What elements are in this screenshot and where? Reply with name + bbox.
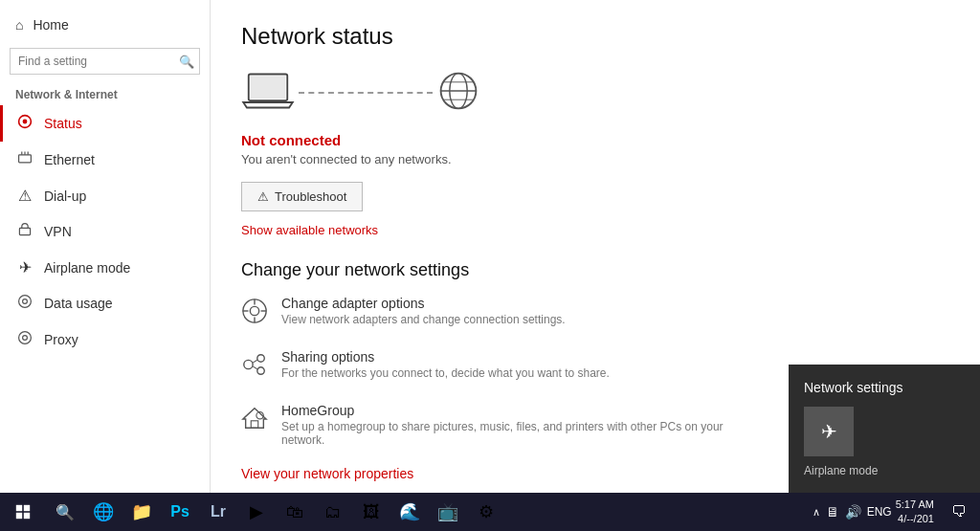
taskbar-store[interactable]: 🛍 (276, 493, 314, 531)
svg-rect-2 (19, 155, 32, 163)
airplane-mode-icon: ✈ (821, 420, 837, 443)
clock-date: 4/--/201 (896, 512, 934, 526)
change-settings-title: Change your network settings (241, 260, 949, 280)
warning-icon: ⚠ (257, 189, 269, 204)
sidebar-item-airplane[interactable]: ✈ Airplane mode (0, 250, 210, 285)
taskbar-search[interactable]: 🔍 (46, 493, 84, 531)
datausage-icon (15, 294, 34, 313)
status-icon (15, 114, 34, 133)
airplane-icon: ✈ (15, 258, 34, 277)
taskbar-photos[interactable]: 🖼 (352, 493, 390, 531)
sidebar-item-label: Airplane mode (44, 260, 130, 276)
ethernet-icon (15, 150, 34, 169)
taskbar-clock[interactable]: 5:17 AM 4/--/201 (896, 498, 942, 527)
search-box-container: 🔍 (10, 48, 200, 75)
sidebar-item-datausage[interactable]: Data usage (0, 285, 210, 321)
notification-icon[interactable]: 🗨 (946, 503, 972, 520)
popup-title: Network settings (804, 380, 965, 395)
tray-arrow[interactable]: ∧ (813, 506, 820, 519)
tray-lang: ENG (867, 505, 892, 519)
page-title: Network status (241, 23, 949, 50)
svg-point-7 (19, 296, 32, 308)
network-popup: Network settings ✈ Airplane mode (789, 365, 980, 493)
proxy-icon (15, 330, 34, 349)
sidebar-item-label: Ethernet (44, 152, 95, 167)
sidebar-item-label: Data usage (44, 296, 113, 311)
clock-time: 5:17 AM (896, 498, 934, 512)
search-input[interactable] (10, 48, 200, 75)
search-icon: 🔍 (179, 55, 194, 69)
sidebar-item-status[interactable]: Status (0, 105, 210, 142)
adapter-icon (241, 298, 268, 330)
home-icon: ⌂ (15, 17, 23, 33)
taskbar-lightroom[interactable]: Lr (199, 493, 237, 531)
show-networks-link[interactable]: Show available networks (241, 223, 949, 237)
airplane-mode-label: Airplane mode (804, 464, 965, 477)
start-button[interactable] (0, 493, 46, 531)
adapter-options-item: Change adapter options View network adap… (241, 296, 949, 330)
sidebar-item-ethernet[interactable]: Ethernet (0, 142, 210, 178)
sidebar-item-label: VPN (44, 224, 72, 239)
taskbar-chrome[interactable]: 🌐 (84, 493, 122, 531)
taskbar-folder[interactable]: 📁 (122, 493, 161, 531)
globe-icon (436, 69, 480, 117)
tray-volume-icon: 🔊 (845, 504, 861, 520)
taskbar: 🔍 🌐 📁 Ps Lr ▶ 🛍 🗂 🖼 🌊 📺 ⚙ ∧ 🖥 🔊 ENG 5:17… (0, 493, 980, 531)
homegroup-desc: Set up a homegroup to share pictures, mu… (281, 420, 741, 447)
sidebar-item-label: Dial-up (44, 188, 86, 204)
connection-line (299, 92, 433, 94)
svg-point-10 (23, 336, 28, 341)
svg-point-1 (23, 120, 28, 124)
homegroup-icon (241, 405, 268, 437)
svg-point-27 (257, 367, 264, 374)
home-label: Home (33, 17, 68, 33)
laptop-icon (241, 69, 295, 117)
sidebar-item-proxy[interactable]: Proxy (0, 321, 210, 358)
sidebar-section-title: Network & Internet (0, 80, 210, 105)
sidebar-item-label: Status (44, 116, 82, 131)
network-diagram (241, 69, 949, 117)
taskbar-right: ∧ 🖥 🔊 ENG 5:17 AM 4/--/201 🗨 (813, 498, 980, 527)
taskbar-photoshop[interactable]: Ps (161, 493, 199, 531)
sharing-icon (241, 351, 268, 384)
dialup-icon: ⚠ (15, 187, 34, 205)
homegroup-title[interactable]: HomeGroup (281, 403, 741, 418)
adapter-options-desc: View network adapters and change connect… (281, 313, 566, 326)
svg-point-26 (257, 355, 264, 362)
vpn-icon (15, 222, 34, 241)
sidebar-item-vpn[interactable]: VPN (0, 213, 210, 250)
airplane-mode-button[interactable]: ✈ (804, 407, 854, 456)
sidebar-home[interactable]: ⌂ Home (0, 8, 210, 42)
svg-rect-30 (251, 421, 257, 428)
connection-status-sub: You aren't connected to any networks. (241, 152, 949, 166)
popup-actions: ✈ (804, 407, 965, 456)
connection-status: Not connected (241, 132, 949, 148)
svg-point-25 (244, 360, 253, 368)
adapter-options-text: Change adapter options View network adap… (281, 296, 566, 326)
svg-rect-6 (19, 228, 30, 234)
svg-rect-12 (251, 76, 286, 99)
taskbar-edge[interactable]: 🌊 (390, 493, 429, 531)
adapter-options-title[interactable]: Change adapter options (281, 296, 566, 311)
taskbar-sys-tray: ∧ 🖥 🔊 ENG (813, 504, 892, 520)
svg-point-9 (19, 332, 32, 344)
svg-point-20 (250, 306, 258, 315)
sidebar-item-label: Proxy (44, 332, 78, 347)
taskbar-pinned-icons: 🔍 🌐 📁 Ps Lr ▶ 🛍 🗂 🖼 🌊 📺 ⚙ (46, 493, 505, 531)
svg-rect-32 (16, 505, 22, 511)
svg-rect-35 (24, 513, 30, 519)
sharing-options-desc: For the networks you connect to, decide … (281, 366, 610, 380)
tray-network-icon: 🖥 (826, 504, 839, 520)
taskbar-settings[interactable]: ⚙ (467, 493, 505, 531)
taskbar-explorer[interactable]: 🗂 (314, 493, 352, 531)
troubleshoot-button[interactable]: ⚠ Troubleshoot (241, 182, 363, 211)
sidebar: ⌂ Home 🔍 Network & Internet Status Ether… (0, 0, 211, 531)
svg-line-28 (253, 360, 257, 363)
sidebar-item-dialup[interactable]: ⚠ Dial-up (0, 178, 210, 213)
sharing-options-title[interactable]: Sharing options (281, 349, 610, 365)
svg-rect-34 (16, 513, 22, 519)
taskbar-media[interactable]: ▶ (237, 493, 276, 531)
taskbar-app2[interactable]: 📺 (429, 493, 467, 531)
troubleshoot-label: Troubleshoot (275, 189, 346, 204)
sharing-options-text: Sharing options For the networks you con… (281, 349, 610, 380)
